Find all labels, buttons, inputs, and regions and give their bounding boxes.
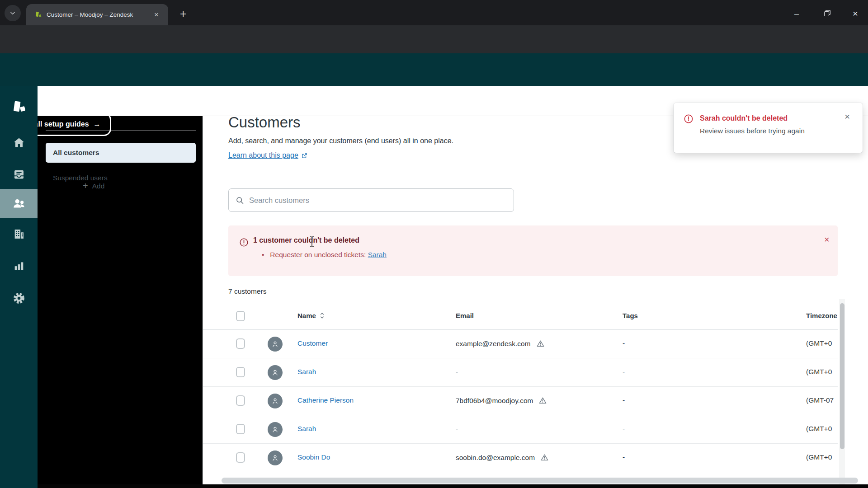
learn-about-link[interactable]: Learn about this page — [228, 151, 308, 160]
alert-icon — [239, 238, 249, 247]
error-banner: 1 customer couldn't be deleted • Request… — [228, 225, 838, 276]
row-checkbox[interactable] — [236, 367, 245, 377]
customer-tags: - — [623, 396, 625, 404]
customer-avatar — [268, 394, 283, 408]
settings-gear-icon — [12, 291, 26, 305]
table-row[interactable]: Sarah - - (GMT+0 — [203, 358, 838, 387]
customer-email: example@zendesk.com — [456, 339, 545, 348]
window-restore-button[interactable] — [817, 7, 835, 20]
row-checkbox[interactable] — [236, 395, 245, 406]
customer-name-link[interactable]: Sarah — [297, 368, 316, 376]
email-warning-icon — [538, 396, 547, 405]
row-checkbox[interactable] — [236, 424, 245, 434]
browser-tab-strip: Customer – Moodjoy – Zendesk × + – × — [0, 0, 868, 25]
browser-toolbar: ← → moodjoy-40194.zendesk.com/agent/user… — [0, 25, 868, 53]
customer-tags: - — [623, 453, 625, 461]
error-title: 1 customer couldn't be deleted — [253, 236, 359, 244]
toast-close-button[interactable]: × — [844, 111, 850, 122]
customer-avatar — [268, 450, 283, 465]
reports-icon — [13, 259, 25, 272]
nav-zendesk-logo[interactable] — [0, 93, 38, 122]
horizontal-scrollbar-thumb[interactable] — [222, 478, 858, 483]
search-customers-input[interactable] — [249, 196, 507, 205]
sidebar-item-suspended-users[interactable]: Suspended users — [46, 168, 196, 188]
customer-name-link[interactable]: Sarah — [297, 425, 316, 433]
customer-tags: - — [623, 425, 625, 433]
customer-tags: - — [623, 339, 625, 347]
toast-title: Sarah couldn't be deleted — [700, 114, 788, 122]
person-icon — [271, 340, 279, 348]
external-link-icon — [301, 152, 308, 159]
customer-search[interactable] — [228, 188, 514, 212]
restore-icon — [824, 11, 829, 16]
column-header-tags[interactable]: Tags — [623, 312, 638, 319]
nav-organizations[interactable] — [0, 220, 38, 249]
customer-avatar — [268, 365, 283, 380]
customer-name-link[interactable]: Soobin Do — [297, 453, 330, 461]
email-warning-icon — [540, 453, 549, 462]
page-title: Customers — [228, 114, 301, 131]
window-close-button[interactable]: × — [846, 7, 864, 20]
arrow-right-icon: → — [94, 120, 101, 128]
sort-icon — [319, 312, 325, 319]
toast-message: Review issues before trying again — [700, 127, 805, 135]
customer-timezone: (GMT-07 — [806, 396, 834, 404]
chevron-down-icon — [9, 10, 16, 16]
alert-icon — [684, 114, 693, 124]
email-warning-icon — [536, 339, 545, 348]
tab-close-icon[interactable]: × — [154, 10, 159, 19]
nav-home[interactable] — [0, 128, 38, 157]
customer-email: - — [456, 368, 458, 376]
new-tab-button[interactable]: + — [180, 7, 187, 20]
customer-timezone: (GMT+0 — [806, 368, 832, 376]
customer-email: soobin.do@example.com — [456, 453, 549, 462]
customer-count: 7 customers — [228, 287, 266, 296]
customer-timezone: (GMT+0 — [806, 425, 832, 433]
customer-timezone: (GMT+0 — [806, 453, 832, 461]
nav-admin-settings[interactable] — [0, 284, 38, 313]
customer-avatar — [268, 422, 283, 437]
browser-tab[interactable]: Customer – Moodjoy – Zendesk × — [26, 4, 168, 25]
inbox-icon — [12, 168, 26, 181]
nav-views-inbox[interactable] — [0, 160, 38, 189]
customer-email: 7bdf06b4@moodjoy.com — [456, 396, 547, 405]
table-header-row: Name Email Tags Timezone — [203, 304, 838, 330]
table-row[interactable]: Catherine Pierson 7bdf06b4@moodjoy.com -… — [203, 387, 838, 415]
nav-customers[interactable] — [0, 189, 38, 218]
select-all-checkbox[interactable] — [236, 311, 245, 321]
row-checkbox[interactable] — [236, 452, 245, 463]
customer-email: - — [456, 425, 458, 433]
error-banner-close-button[interactable]: × — [824, 235, 830, 245]
home-icon — [12, 136, 26, 150]
column-header-email[interactable]: Email — [456, 312, 474, 319]
customer-name-link[interactable]: Catherine Pierson — [297, 396, 354, 404]
column-header-timezone[interactable]: Timezone — [806, 312, 837, 319]
nav-reporting[interactable] — [0, 251, 38, 280]
row-checkbox[interactable] — [236, 338, 245, 349]
person-icon — [271, 368, 279, 377]
table-row[interactable]: Customer example@zendesk.com - (GMT+0 — [203, 330, 838, 358]
page-description: Add, search, and manage your customers (… — [228, 137, 453, 145]
window-minimize-button[interactable]: – — [788, 7, 806, 20]
sidebar-item-all-customers[interactable]: All customers — [46, 143, 196, 163]
person-icon — [271, 397, 279, 405]
table-row[interactable]: Soobin Do soobin.do@example.com - (GMT+0 — [203, 444, 838, 472]
tab-title: Customer – Moodjoy – Zendesk — [47, 11, 151, 18]
error-reason: • Requester on unclosed tickets: Sarah — [262, 251, 387, 259]
window-bottom-edge — [38, 484, 868, 488]
text-cursor — [309, 236, 315, 247]
vertical-scrollbar-thumb[interactable] — [840, 303, 844, 449]
customer-name-link[interactable]: Customer — [297, 339, 328, 347]
error-reason-link[interactable]: Sarah — [368, 251, 387, 258]
zendesk-favicon-icon — [34, 11, 42, 19]
trial-banner: View all setup guides → You have 13 days… — [0, 53, 868, 86]
tab-search-chevron-button[interactable] — [5, 5, 21, 21]
table-row[interactable]: Sarah - - (GMT+0 — [203, 415, 838, 444]
column-header-name[interactable]: Name — [297, 312, 325, 319]
customer-avatar — [268, 337, 283, 352]
people-icon — [12, 196, 26, 211]
panel-divider — [46, 131, 196, 131]
customers-table: Name Email Tags Timezone Customer exampl… — [203, 304, 838, 473]
toast-notification: Sarah couldn't be deleted Review issues … — [674, 103, 863, 153]
organizations-icon — [12, 227, 26, 241]
